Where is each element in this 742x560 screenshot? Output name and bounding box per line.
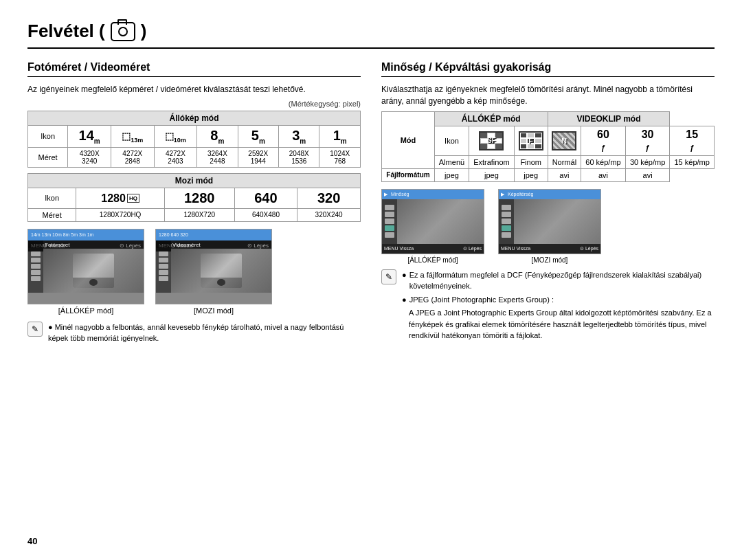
quality-fmt-jpeg1: jpeg [434, 168, 469, 181]
quality-table: Mód ÁLLÓKÉP mód VIDEOKLIP mód Ikon [381, 111, 715, 182]
quality-60-icon: 60ƒ [581, 126, 626, 155]
right-screenshot-still: ▶Minőség MENU Vissza ⊙ Lépés [381, 189, 484, 264]
still-size-5m: 2592X1944 [238, 147, 278, 167]
still-size-14m: 4320X3240 [68, 147, 111, 167]
quality-finom: Finom [514, 155, 548, 168]
quality-fmt-avi1: avi [548, 168, 581, 181]
left-screenshot-still: 14m 13m 10m 8m 5m 3m 1m Fotóméret [27, 229, 144, 315]
quality-fmt-jpeg3: jpeg [514, 168, 548, 181]
still-icon-1m: 1m [319, 125, 361, 147]
camera-icon [111, 22, 135, 41]
movie-group-header: Mozi mód [28, 173, 361, 188]
still-size-10m: 4272X2403 [154, 147, 197, 167]
page-title: Felvétel ( ) [27, 21, 715, 49]
right-movie-label: [MOZI mód] [532, 256, 568, 264]
right-movie-box: ▶Képeltérség MENU Vissza ⊙ Lépés [498, 189, 601, 254]
right-screenshot-movie: ▶Képeltérség MENU Vissza ⊙ Lépés [498, 189, 601, 264]
left-note-text: ● Minél nagyobb a felbontás, annál keves… [48, 322, 361, 344]
quality-sf-icon: SF [469, 126, 515, 155]
movie-icon-320: 320 [297, 188, 361, 208]
quality-still-header: ÁLLÓKÉP mód [434, 111, 548, 126]
quality-fmt-jpeg2: jpeg [469, 168, 515, 181]
quality-30fps: 30 kép/mp [625, 155, 670, 168]
movie-size-320: 320X240 [297, 208, 361, 221]
quality-60fps: 60 kép/mp [581, 155, 626, 168]
right-section-desc: Kiválaszthatja az igényeknek megfelelő t… [381, 84, 715, 107]
movie-ikon-label: Ikon [28, 188, 76, 208]
right-note-item1: ● Ez a fájlformátum megfelel a DCF (Fény… [402, 269, 715, 292]
still-icon-3m: 3m [279, 125, 319, 147]
still-icon-5m: 5m [238, 125, 278, 147]
left-column: Fotóméret / Videoméret Az igényeinek meg… [27, 61, 361, 344]
still-group-header: Állókép mód [28, 111, 361, 125]
still-screenshot-label: [ÁLLÓKÉP mód] [58, 306, 114, 315]
right-note-box: ✎ ● Ez a fájlformátum megfelel a DCF (Fé… [381, 269, 715, 341]
movie-screenshot-box: 1280 640 320 Videoméret [155, 229, 272, 304]
right-note-text: ● Ez a fájlformátum megfelel a DCF (Fény… [402, 269, 715, 341]
movie-size-1280hq: 1280X720HQ [76, 208, 165, 221]
right-section-title: Minőség / Képváltási gyakoriság [381, 61, 715, 77]
still-size-13m: 4272X2848 [111, 147, 155, 167]
left-screenshot-movie: 1280 640 320 Videoméret [155, 229, 272, 315]
still-icon-13m: ⬚13m [111, 125, 155, 147]
page-number: 40 [27, 536, 37, 546]
right-note-item2: ● JPEG (Joint Photographic Experts Group… [402, 294, 715, 306]
still-ikon-label: Ikon [28, 125, 68, 147]
movie-size-640: 640X480 [234, 208, 297, 221]
quality-extrafinom: Extrafinom [469, 155, 515, 168]
still-icon-10m: ⬚10m [154, 125, 197, 147]
left-screenshots-row: 14m 13m 10m 8m 5m 3m 1m Fotóméret [27, 229, 361, 315]
quality-fmt-avi3: avi [625, 168, 670, 181]
quality-ikon-label: Ikon [434, 126, 469, 155]
still-meret-label: Méret [28, 147, 68, 167]
left-note-box: ✎ ● Minél nagyobb a felbontás, annál kev… [27, 322, 361, 344]
still-icon-8m: 8m [197, 125, 238, 147]
right-still-box: ▶Minőség MENU Vissza ⊙ Lépés [381, 189, 484, 254]
quality-fajlformatum-label: Fájlformátum [382, 168, 435, 181]
movie-screenshot-label: [MOZI mód] [194, 306, 234, 315]
right-column: Minőség / Képváltási gyakoriság Kiválasz… [381, 61, 715, 344]
still-size-1m: 1024X768 [319, 147, 361, 167]
left-note-icon: ✎ [27, 322, 43, 337]
movie-icon-1280hq: 1280 HQ [76, 188, 165, 208]
right-still-label: [ÁLLÓKÉP mód] [407, 256, 458, 264]
unit-note: (Mértékegység: pixel) [27, 100, 361, 108]
still-screenshot-box: 14m 13m 10m 8m 5m 3m 1m Fotóméret [27, 229, 144, 304]
quality-f-icon: F [514, 126, 548, 155]
right-note-icon: ✎ [381, 269, 396, 284]
quality-almenu-label: Almenü [434, 155, 469, 168]
quality-n-icon: N [548, 126, 581, 155]
quality-mod-label: Mód [382, 111, 435, 168]
movie-size-1280: 1280X720 [164, 208, 234, 221]
quality-fmt-avi2: avi [581, 168, 626, 181]
still-size-8m: 3264X2448 [197, 147, 238, 167]
movie-icon-640: 640 [234, 188, 297, 208]
still-table: Állókép mód Ikon 14m ⬚13m ⬚10m 8m 5m 3m … [27, 111, 361, 168]
left-section-title: Fotóméret / Videoméret [27, 61, 361, 77]
movie-table: Mozi mód Ikon 1280 HQ 1280 640 320 Mér [27, 173, 361, 222]
left-section-desc: Az igényeinek megfelelő képméret / videó… [27, 84, 361, 96]
movie-meret-label: Méret [28, 208, 76, 221]
quality-video-header: VIDEOKLIP mód [548, 111, 670, 126]
quality-15-icon: 15ƒ [670, 126, 715, 155]
quality-30-icon: 30ƒ [625, 126, 670, 155]
movie-icon-1280: 1280 [164, 188, 234, 208]
still-size-3m: 2048X1536 [279, 147, 319, 167]
right-note-item3: A JPEG a Joint Photographic Experts Grou… [402, 307, 715, 341]
still-icon-14m: 14m [68, 125, 111, 147]
right-screenshots-row: ▶Minőség MENU Vissza ⊙ Lépés [381, 189, 715, 264]
quality-normal: Normál [548, 155, 581, 168]
quality-15fps: 15 kép/mp [670, 155, 715, 168]
